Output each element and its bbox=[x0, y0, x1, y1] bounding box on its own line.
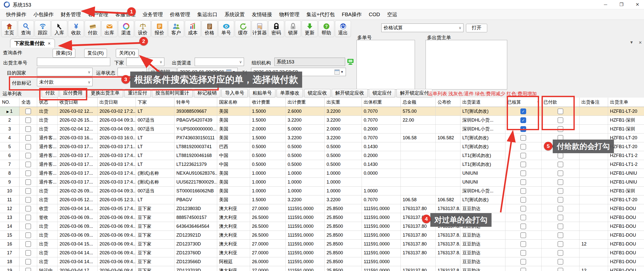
cell-select[interactable] bbox=[19, 107, 37, 116]
toolbar-button-cost[interactable]: 成本 bbox=[185, 20, 201, 37]
paste-no-button[interactable]: 粘贴单号 bbox=[249, 89, 275, 98]
org-picker-icon[interactable] bbox=[347, 58, 354, 65]
col-header-ship_calc_weight[interactable]: 出计费重 bbox=[285, 98, 324, 107]
settled-checkbox[interactable] bbox=[520, 268, 526, 271]
recalc-payable-button[interactable]: 重计应付 bbox=[124, 89, 151, 98]
cell-paid[interactable] bbox=[541, 240, 579, 249]
table-row[interactable]: 10出货2026-02-26 09...2026-03-04 09:3...00… bbox=[0, 187, 644, 195]
select-checkbox[interactable] bbox=[25, 162, 31, 167]
window-minimize-icon[interactable]: ─ bbox=[600, 1, 611, 8]
modify-single-button[interactable]: 单票修改 bbox=[277, 89, 303, 98]
col-header-transfer_no[interactable]: 转单号 bbox=[174, 98, 217, 107]
select-checkbox[interactable] bbox=[25, 241, 31, 247]
select-checkbox[interactable] bbox=[25, 223, 31, 229]
select-checkbox[interactable] bbox=[25, 117, 31, 123]
paid-checkbox[interactable] bbox=[558, 126, 563, 132]
col-header-recv_date[interactable]: 收货日期 bbox=[57, 98, 97, 107]
paid-checkbox[interactable] bbox=[558, 197, 563, 203]
menu-item-2[interactable]: 小包操作 bbox=[30, 9, 57, 19]
table-row[interactable]: 2出货2026-02-26 15...2026-03-04 09:3...007… bbox=[0, 116, 644, 125]
cell-paid[interactable] bbox=[541, 195, 579, 204]
cell-settled[interactable] bbox=[505, 151, 541, 160]
cell-paid[interactable] bbox=[541, 257, 579, 266]
cell-settled[interactable] bbox=[505, 231, 541, 240]
date-picker-icon[interactable]: ▼ bbox=[335, 70, 344, 75]
toolbar-button-price[interactable]: 价格 bbox=[202, 20, 217, 37]
cell-settled[interactable]: ✓ bbox=[505, 116, 541, 125]
lock-receivable-button[interactable]: 锁定应收 bbox=[304, 89, 330, 98]
window-close-icon[interactable]: ✕ bbox=[632, 1, 643, 8]
cell-settled[interactable]: ✓ bbox=[505, 107, 541, 116]
table-row[interactable]: 17出货2026-03-04 14...2026-03-06 09:4...豆下… bbox=[0, 249, 644, 257]
menu-item-7[interactable]: 价格管理 bbox=[166, 9, 194, 19]
col-header-remark[interactable]: 出货备注 bbox=[579, 98, 608, 107]
cell-paid[interactable] bbox=[541, 249, 579, 257]
tab-downstream-batch-pay[interactable]: 下家批量付款 × bbox=[10, 39, 55, 48]
settled-checkbox[interactable] bbox=[520, 188, 526, 194]
paid-checkbox[interactable] bbox=[558, 153, 563, 159]
settled-checkbox[interactable] bbox=[520, 223, 526, 229]
lock-payable-button[interactable]: 锁定应付 bbox=[369, 89, 395, 98]
toolbar-button-tracking-no[interactable]: 单号 bbox=[218, 20, 234, 37]
tabstrip-close-icon[interactable]: ✕ bbox=[639, 40, 642, 45]
table-row[interactable]: 7退件客...2026-03-03 17...2026-03-03 17:4..… bbox=[0, 160, 644, 169]
change-ship-master-button[interactable]: 更换出货主单 bbox=[87, 89, 123, 98]
select-checkbox[interactable] bbox=[25, 188, 31, 194]
settled-checkbox[interactable] bbox=[520, 250, 526, 256]
toolbar-button-help[interactable]: ?帮助 bbox=[318, 20, 334, 37]
select-checkbox[interactable] bbox=[25, 215, 31, 220]
cell-settled[interactable] bbox=[505, 257, 541, 266]
col-header-no[interactable]: NO. bbox=[0, 98, 19, 107]
table-row[interactable]: 11出货2026-03-05 12...2026-03-05 12:3...LT… bbox=[0, 195, 644, 204]
unlock-receivable-button[interactable]: 解开锁定应收 bbox=[332, 89, 368, 98]
cell-select[interactable] bbox=[19, 133, 37, 142]
toolbar-button-cache[interactable]: 缓存 bbox=[235, 20, 251, 37]
pay-mark-select[interactable]: 未付款∨ bbox=[37, 78, 93, 86]
multi-master-textarea[interactable] bbox=[426, 40, 507, 89]
toolbar-button-outbound[interactable]: 出库 bbox=[101, 20, 117, 37]
menu-item-1[interactable]: 快件操作 bbox=[3, 9, 30, 19]
table-row[interactable]: 9退件客...2026-03-03 17...2026-03-03 17:4..… bbox=[0, 178, 644, 187]
toolbar-button-home[interactable]: 主页 bbox=[1, 20, 17, 37]
paid-checkbox[interactable] bbox=[558, 223, 563, 229]
cell-select[interactable] bbox=[19, 195, 37, 204]
paid-checkbox[interactable] bbox=[558, 232, 563, 238]
select-checkbox[interactable] bbox=[25, 232, 31, 238]
payable-fee-button[interactable]: 应付费用 bbox=[60, 89, 86, 98]
settled-checkbox[interactable]: ✓ bbox=[520, 126, 526, 132]
master-no-input[interactable] bbox=[37, 58, 110, 66]
settled-checkbox[interactable] bbox=[520, 144, 526, 150]
menu-item-11[interactable]: 物料管理 bbox=[276, 9, 303, 19]
recalc-by-current-time-button[interactable]: 按当前时间重计 bbox=[152, 89, 193, 98]
cell-paid[interactable] bbox=[541, 125, 579, 133]
menu-item-4[interactable]: 客户管理 bbox=[84, 9, 112, 19]
toolbar-button-lock-screen[interactable]: 锁屏 bbox=[285, 20, 301, 37]
table-row[interactable]: 4退件客...2026-03-03 16...2026-03-03 16:0..… bbox=[0, 133, 644, 142]
toolbar-button-track[interactable]: 跟踪 bbox=[35, 20, 51, 37]
menu-item-12[interactable]: 集运+代打包 bbox=[303, 9, 338, 19]
paid-checkbox[interactable] bbox=[558, 179, 563, 185]
settled-checkbox[interactable] bbox=[520, 259, 526, 265]
toolbar-button-calculator[interactable]: 计算器 bbox=[252, 20, 268, 37]
tabstrip-collapse-icon[interactable]: ▼ bbox=[630, 40, 634, 45]
col-header-publish_price[interactable]: 公布价 bbox=[435, 98, 460, 107]
menu-item-15[interactable]: 空运 bbox=[384, 9, 401, 19]
menu-item-3[interactable]: 财务管理 bbox=[57, 9, 84, 19]
cell-paid[interactable] bbox=[541, 187, 579, 195]
close-button[interactable]: 关闭(X) bbox=[116, 49, 139, 58]
cell-paid[interactable] bbox=[541, 160, 579, 169]
select-checkbox[interactable] bbox=[25, 170, 31, 176]
search-button[interactable]: 搜索(S) bbox=[53, 49, 75, 58]
table-row[interactable]: 16出货2026-03-04 15...2026-03-06 09:4...豆下… bbox=[0, 240, 644, 249]
cell-settled[interactable] bbox=[505, 169, 541, 178]
cell-paid[interactable] bbox=[541, 204, 579, 213]
dest-country-select[interactable]: ∨ bbox=[37, 68, 93, 76]
cell-paid[interactable] bbox=[541, 169, 579, 178]
paid-checkbox[interactable] bbox=[558, 162, 563, 167]
settled-checkbox[interactable] bbox=[520, 197, 526, 203]
cell-settled[interactable] bbox=[505, 133, 541, 142]
cell-settled[interactable] bbox=[505, 266, 541, 271]
paid-checkbox[interactable] bbox=[558, 170, 563, 176]
cell-select[interactable] bbox=[19, 178, 37, 187]
cell-select[interactable] bbox=[19, 187, 37, 195]
